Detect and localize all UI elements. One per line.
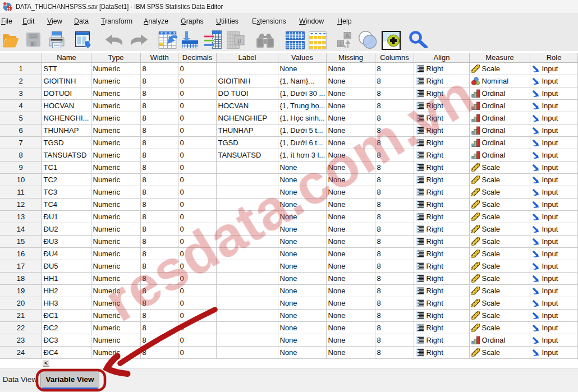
svg-text:A: A — [345, 33, 350, 39]
svg-text:1: 1 — [339, 41, 342, 47]
svg-text:μ: μ — [237, 36, 241, 44]
